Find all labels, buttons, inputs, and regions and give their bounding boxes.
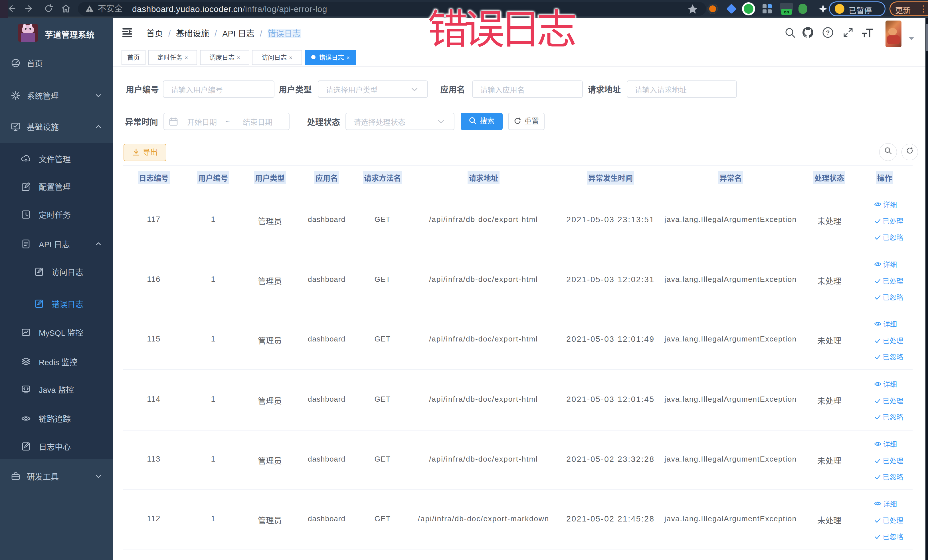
svg-text:?: ? [826, 29, 830, 36]
